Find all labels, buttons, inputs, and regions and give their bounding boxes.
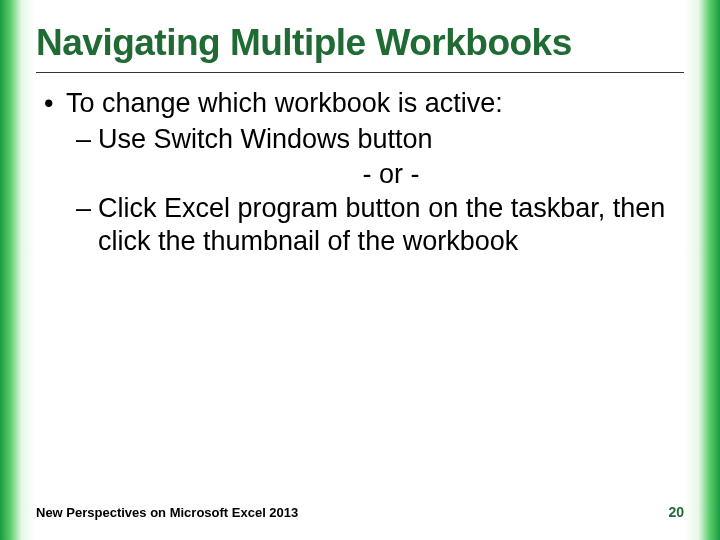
page-number: 20 [668, 504, 684, 520]
slide: Navigating Multiple Workbooks To change … [0, 0, 720, 540]
or-separator: - or - [36, 158, 684, 190]
footer-text: New Perspectives on Microsoft Excel 2013 [36, 505, 298, 520]
slide-body: To change which workbook is active: Use … [36, 73, 684, 257]
slide-title: Navigating Multiple Workbooks [36, 22, 684, 70]
slide-footer: New Perspectives on Microsoft Excel 2013… [36, 505, 684, 520]
bullet-level2-b: Click Excel program button on the taskba… [36, 192, 684, 257]
bullet-level2-a: Use Switch Windows button [36, 123, 684, 155]
bullet-level1: To change which workbook is active: [36, 87, 684, 119]
